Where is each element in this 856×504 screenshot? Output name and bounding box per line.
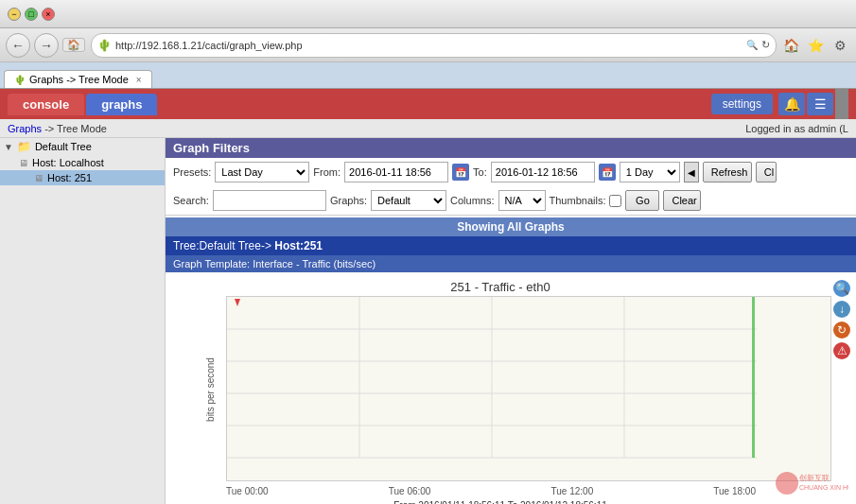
graph-chart-wrapper: bits per second 800 60 [226, 296, 831, 484]
app-nav: console graphs settings 🔔 ☰ [0, 89, 856, 119]
x-label-2: Tue 12:00 [551, 486, 594, 496]
search-label: Search: [173, 195, 209, 206]
host-icon: 🖥 [34, 173, 44, 183]
filters-header: Graph Filters [166, 138, 856, 158]
back-button[interactable]: ← [6, 33, 30, 58]
host-bold-label: Host: [274, 239, 304, 252]
graph-svg: 800 600 400 200 0 [226, 296, 831, 481]
breadcrumb-current: Tree Mode [57, 123, 107, 134]
graphs-select[interactable]: Default [371, 190, 446, 211]
breadcrumb-bar: Graphs -> Tree Mode Logged in as admin (… [0, 119, 856, 138]
watermark: 创新互联 CHUANG XIN HU LIAN [773, 469, 848, 500]
go-button[interactable]: Go [625, 190, 659, 211]
x-label-0: Tue 00:00 [226, 486, 269, 496]
graphs-tab[interactable]: graphs [86, 94, 157, 115]
folder-icon: 📁 [17, 140, 31, 153]
svg-text:CHUANG XIN HU LIAN: CHUANG XIN HU LIAN [799, 484, 848, 491]
columns-select[interactable]: N/A [498, 190, 546, 211]
arrow-down-icon[interactable]: ↓ [833, 301, 850, 318]
notification-icon[interactable]: 🔔 [778, 93, 805, 115]
browser-titlebar: − □ × [0, 0, 856, 28]
graph-template-header: Graph Template: Interface - Traffic (bit… [166, 255, 856, 272]
host-icon: 🖥 [19, 158, 28, 168]
clear-button[interactable]: Clear [663, 190, 701, 211]
x-label-3: Tue 18:00 [713, 486, 756, 496]
star-icon[interactable]: ⭐ [805, 35, 826, 56]
nav-scrollbar[interactable] [835, 89, 848, 119]
home-toolbar-icon[interactable]: 🏠 [780, 35, 801, 56]
close-button[interactable]: × [42, 8, 55, 21]
presets-label: Presets: [173, 166, 211, 178]
graph-container: 251 - Traffic - eth0 bits per second [166, 272, 856, 504]
address-bar[interactable]: http://192.168.1.21/cacti/graph_view.php [115, 40, 742, 51]
tree-item-251[interactable]: 🖥 Host: 251 [0, 170, 165, 185]
tree-value: Default Tree-> [200, 239, 275, 252]
info-icon[interactable]: ⚠ [833, 342, 850, 359]
tree-item-default-tree[interactable]: ▼ 📁 Default Tree [0, 138, 165, 155]
graph-main: 251 - Traffic - eth0 bits per second [169, 276, 831, 504]
thumbnails-label: Thumbnails: [550, 195, 606, 206]
tree-label: Tree: [173, 239, 200, 252]
search-input[interactable] [213, 190, 326, 211]
filters-row-2: Search: Graphs: Default Columns: N/A Thu… [166, 186, 856, 215]
to-calendar-icon[interactable]: 📅 [599, 164, 616, 181]
svg-text:创新互联: 创新互联 [799, 474, 830, 482]
tree-item-localhost[interactable]: 🖥 Host: Localhost [0, 155, 165, 170]
columns-label: Columns: [450, 195, 494, 206]
from-input[interactable] [344, 162, 448, 182]
sidebar: ▼ 📁 Default Tree 🖥 Host: Localhost 🖥 Hos… [0, 138, 166, 504]
search-icon: 🔍 [746, 40, 758, 50]
minimize-button[interactable]: − [8, 8, 21, 21]
svg-marker-13 [235, 299, 240, 306]
graph-title: 251 - Traffic - eth0 [169, 276, 831, 296]
console-tab[interactable]: console [8, 94, 84, 115]
refresh-button[interactable]: Refresh [703, 162, 752, 182]
magnify-icon[interactable]: 🔍 [833, 280, 850, 297]
from-calendar-icon[interactable]: 📅 [452, 164, 469, 181]
tree-arrow-icon: ▼ [4, 142, 13, 152]
clear-button-top[interactable]: Cl [756, 162, 777, 182]
breadcrumb-separator: -> [42, 123, 57, 134]
menu-icon[interactable]: ☰ [807, 93, 833, 115]
settings-icon[interactable]: ⚙ [830, 35, 850, 56]
host-bold-value: 251 [304, 239, 323, 252]
svg-rect-14 [752, 297, 755, 458]
tab-close-button[interactable]: × [136, 75, 142, 85]
presets-select[interactable]: Last Day [215, 162, 309, 182]
range-select[interactable]: 1 Day [620, 162, 680, 182]
to-input[interactable] [491, 162, 595, 182]
tab-title: Graphs -> Tree Mode [29, 74, 129, 85]
tab-favicon: 🌵 [14, 75, 26, 85]
x-label-1: Tue 06:00 [389, 486, 431, 496]
x-axis-labels: Tue 00:00 Tue 06:00 Tue 12:00 Tue 18:00 [226, 484, 756, 498]
tree-host-header: Tree:Default Tree-> Host:251 [166, 236, 856, 255]
svg-point-15 [776, 472, 798, 495]
to-label: To: [473, 166, 487, 178]
graph-from-to: From 2016/01/11 18:56:11 To 2016/01/12 1… [169, 498, 831, 504]
breadcrumb: Graphs -> Tree Mode [8, 123, 107, 134]
settings-button[interactable]: settings [711, 94, 773, 114]
filters-row-1: Presets: Last Day From: 📅 To: 📅 1 Day ◀ … [166, 158, 856, 186]
refresh-nav-icon[interactable]: ↻ [761, 39, 770, 51]
right-panel: Graph Filters Presets: Last Day From: 📅 … [166, 138, 856, 504]
graphs-filter-label: Graphs: [330, 195, 367, 206]
login-info: Logged in as admin (L [745, 123, 848, 134]
breadcrumb-link[interactable]: Graphs [8, 123, 42, 134]
showing-banner: Showing All Graphs [166, 217, 856, 236]
active-tab[interactable]: 🌵 Graphs -> Tree Mode × [4, 70, 152, 88]
main-content: ▼ 📁 Default Tree 🖥 Host: Localhost 🖥 Hos… [0, 138, 856, 504]
tab-bar: 🌵 Graphs -> Tree Mode × [0, 62, 856, 89]
forward-button[interactable]: → [34, 33, 59, 58]
range-prev-button[interactable]: ◀ [684, 162, 699, 182]
graph-refresh-icon[interactable]: ↻ [833, 322, 850, 339]
from-label: From: [313, 166, 341, 178]
maximize-button[interactable]: □ [25, 8, 38, 21]
y-axis-label: bits per second [205, 357, 216, 422]
cacti-favicon: 🌵 [97, 39, 112, 52]
tree-item-label: Default Tree [35, 141, 92, 152]
tree-item-label: Host: Localhost [32, 157, 104, 168]
thumbnails-checkbox[interactable] [609, 195, 621, 207]
home-icon: 🏠 [67, 39, 80, 51]
browser-toolbar: ← → 🏠 🌵 http://192.168.1.21/cacti/graph_… [0, 28, 856, 62]
filters-section: Graph Filters Presets: Last Day From: 📅 … [166, 138, 856, 216]
